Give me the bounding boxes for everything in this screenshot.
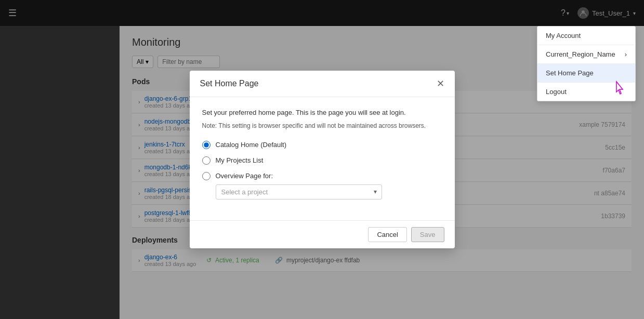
radio-overview-label: Overview Page for: <box>216 172 273 180</box>
project-select-wrapper: Select a project ▾ <box>216 184 442 200</box>
modal-footer: Cancel Save <box>190 220 455 248</box>
user-dropdown-menu: My Account Current_Region_Name › Set Hom… <box>537 26 636 101</box>
modal-header: Set Home Page ✕ <box>190 71 455 97</box>
modal-title: Set Home Page <box>200 79 259 88</box>
radio-overview-page[interactable]: Overview Page for: <box>202 172 442 180</box>
modal-close-button[interactable]: ✕ <box>437 79 444 88</box>
cancel-button[interactable]: Cancel <box>368 227 406 242</box>
modal-description: Set your preferred home page. This is th… <box>202 108 442 118</box>
modal-note: Note: This setting is browser specific a… <box>202 121 442 130</box>
radio-catalog-home-input[interactable] <box>202 141 211 149</box>
dropdown-item-my-account[interactable]: My Account <box>537 26 635 45</box>
current-region-label: Current_Region_Name <box>546 50 615 58</box>
radio-group: Catalog Home (Default) My Projects List … <box>202 141 442 200</box>
save-button[interactable]: Save <box>411 227 444 242</box>
set-home-page-modal: Set Home Page ✕ Set your preferred home … <box>190 71 455 248</box>
dropdown-item-set-home-page[interactable]: Set Home Page <box>537 64 635 82</box>
modal-body: Set your preferred home page. This is th… <box>190 97 455 220</box>
dropdown-item-logout[interactable]: Logout <box>537 83 635 101</box>
radio-catalog-home-label: Catalog Home (Default) <box>216 141 287 149</box>
set-home-page-label: Set Home Page <box>546 69 594 77</box>
logout-label: Logout <box>546 88 567 96</box>
radio-catalog-home[interactable]: Catalog Home (Default) <box>202 141 442 149</box>
project-select-container: Select a project ▾ <box>216 184 382 200</box>
my-account-label: My Account <box>546 32 581 39</box>
radio-overview-page-input[interactable] <box>202 172 211 180</box>
submenu-arrow-icon: › <box>625 50 627 58</box>
radio-overview-wrapper: Overview Page for: Select a project ▾ <box>202 172 442 200</box>
radio-my-projects-label: My Projects List <box>216 156 264 164</box>
radio-my-projects-input[interactable] <box>202 156 211 165</box>
dropdown-item-current-region[interactable]: Current_Region_Name › <box>537 45 635 63</box>
project-select[interactable]: Select a project <box>216 184 382 200</box>
radio-my-projects[interactable]: My Projects List <box>202 156 442 165</box>
